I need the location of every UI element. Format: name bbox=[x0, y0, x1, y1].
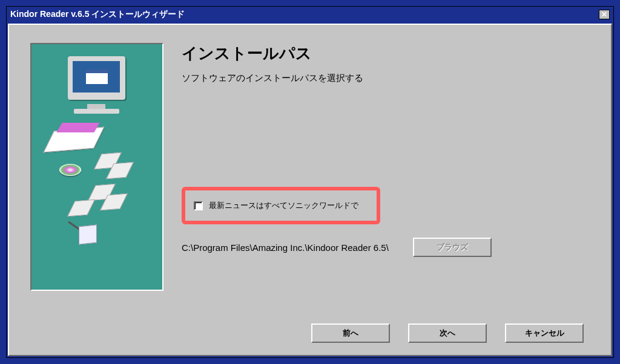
cancel-button[interactable]: キャンセル bbox=[505, 323, 584, 343]
titlebar: Kindor Reader v.6.5 インストールウィザード ✕ bbox=[7, 7, 613, 22]
close-button[interactable]: ✕ bbox=[599, 10, 610, 19]
back-button[interactable]: 前へ bbox=[311, 323, 390, 343]
next-button[interactable]: 次へ bbox=[408, 323, 487, 343]
browse-button[interactable]: ブラウズ bbox=[413, 238, 492, 257]
window-title: Kindor Reader v.6.5 インストールウィザード bbox=[10, 9, 185, 20]
content-row: インストールパス ソフトウェアのインストールパスを選択する 最新ニュースはすべて… bbox=[30, 43, 590, 310]
news-checkbox[interactable] bbox=[194, 201, 203, 210]
install-path-text: C:\Program Files\Amazing Inc.\Kindoor Re… bbox=[182, 242, 389, 253]
news-checkbox-label: 最新ニュースはすべてソニックワールドで bbox=[209, 200, 358, 211]
install-path-row: C:\Program Files\Amazing Inc.\Kindoor Re… bbox=[182, 238, 590, 257]
highlighted-option: 最新ニュースはすべてソニックワールドで bbox=[182, 187, 380, 224]
paper-icon bbox=[56, 123, 99, 132]
computer-icon bbox=[68, 56, 128, 108]
page-subheading: ソフトウェアのインストールパスを選択する bbox=[182, 73, 590, 84]
main-panel: インストールパス ソフトウェアのインストールパスを選択する 最新ニュースはすべて… bbox=[182, 43, 590, 310]
sidebar-graphic bbox=[30, 43, 163, 291]
cd-icon bbox=[59, 164, 81, 176]
dialog-body: インストールパス ソフトウェアのインストールパスを選択する 最新ニュースはすべて… bbox=[8, 24, 612, 356]
close-icon: ✕ bbox=[601, 10, 607, 19]
floppy-icon bbox=[67, 200, 95, 217]
note-icon bbox=[79, 224, 97, 244]
wizard-buttons: 前へ 次へ キャンセル bbox=[30, 323, 590, 343]
page-heading: インストールパス bbox=[182, 43, 590, 64]
installer-window: Kindor Reader v.6.5 インストールウィザード ✕ bbox=[6, 6, 614, 358]
